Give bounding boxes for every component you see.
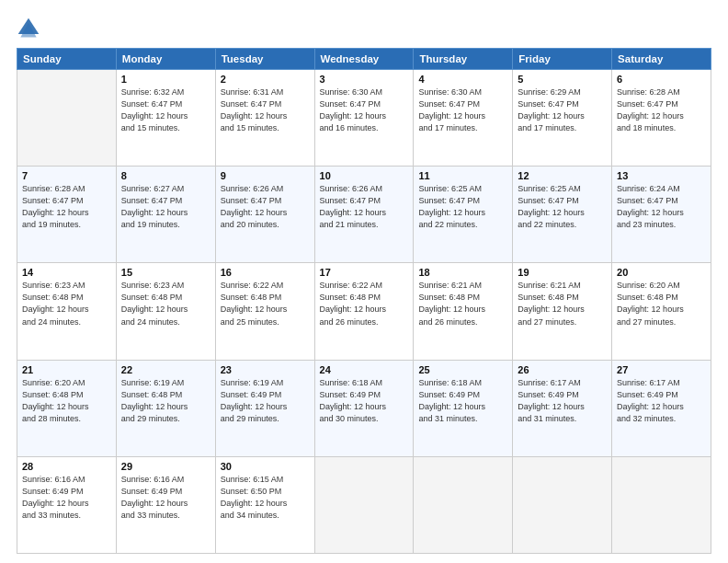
- day-info: Sunrise: 6:20 AM Sunset: 6:48 PM Dayligh…: [617, 280, 706, 327]
- day-info: Sunrise: 6:28 AM Sunset: 6:47 PM Dayligh…: [617, 86, 706, 134]
- day-info: Sunrise: 6:29 AM Sunset: 6:47 PM Dayligh…: [518, 86, 607, 134]
- day-info: Sunrise: 6:22 AM Sunset: 6:48 PM Dayligh…: [221, 280, 310, 327]
- day-number: 10: [320, 170, 409, 181]
- day-cell: 28Sunrise: 6:16 AM Sunset: 6:49 PM Dayli…: [17, 456, 117, 553]
- day-info: Sunrise: 6:16 AM Sunset: 6:49 PM Dayligh…: [121, 474, 210, 522]
- day-cell: 2Sunrise: 6:31 AM Sunset: 6:47 PM Daylig…: [215, 70, 314, 167]
- day-cell: 15Sunrise: 6:23 AM Sunset: 6:48 PM Dayli…: [116, 263, 215, 360]
- day-cell: 17Sunrise: 6:22 AM Sunset: 6:48 PM Dayli…: [314, 263, 414, 360]
- day-number: 29: [121, 461, 210, 472]
- day-number: 13: [617, 170, 706, 181]
- day-cell: 4Sunrise: 6:30 AM Sunset: 6:47 PM Daylig…: [414, 70, 513, 167]
- day-info: Sunrise: 6:23 AM Sunset: 6:48 PM Dayligh…: [22, 280, 111, 327]
- day-number: 19: [518, 267, 607, 278]
- day-info: Sunrise: 6:16 AM Sunset: 6:49 PM Dayligh…: [22, 474, 111, 522]
- day-cell: 18Sunrise: 6:21 AM Sunset: 6:48 PM Dayli…: [414, 263, 513, 360]
- day-number: 1: [121, 74, 210, 85]
- day-number: 12: [518, 170, 607, 181]
- day-info: Sunrise: 6:19 AM Sunset: 6:48 PM Dayligh…: [121, 377, 210, 425]
- logo-icon: [17, 17, 40, 40]
- day-number: 2: [221, 74, 310, 85]
- day-cell: 24Sunrise: 6:18 AM Sunset: 6:49 PM Dayli…: [314, 360, 414, 456]
- day-number: 5: [518, 74, 607, 85]
- day-cell: 11Sunrise: 6:25 AM Sunset: 6:47 PM Dayli…: [414, 167, 513, 263]
- week-row-3: 14Sunrise: 6:23 AM Sunset: 6:48 PM Dayli…: [17, 263, 711, 360]
- day-cell: [513, 456, 612, 553]
- week-row-5: 28Sunrise: 6:16 AM Sunset: 6:49 PM Dayli…: [17, 456, 711, 553]
- day-info: Sunrise: 6:25 AM Sunset: 6:47 PM Dayligh…: [518, 183, 607, 231]
- day-cell: 26Sunrise: 6:17 AM Sunset: 6:49 PM Dayli…: [513, 360, 612, 456]
- day-number: 26: [518, 364, 607, 375]
- day-cell: 9Sunrise: 6:26 AM Sunset: 6:47 PM Daylig…: [215, 167, 314, 263]
- day-cell: 22Sunrise: 6:19 AM Sunset: 6:48 PM Dayli…: [116, 360, 215, 456]
- header: [17, 17, 711, 40]
- col-header-sunday: Sunday: [17, 49, 117, 70]
- day-number: 7: [22, 170, 111, 181]
- day-info: Sunrise: 6:21 AM Sunset: 6:48 PM Dayligh…: [418, 280, 507, 327]
- day-info: Sunrise: 6:26 AM Sunset: 6:47 PM Dayligh…: [221, 183, 310, 231]
- week-row-4: 21Sunrise: 6:20 AM Sunset: 6:48 PM Dayli…: [17, 360, 711, 456]
- day-info: Sunrise: 6:23 AM Sunset: 6:48 PM Dayligh…: [121, 280, 210, 327]
- day-info: Sunrise: 6:17 AM Sunset: 6:49 PM Dayligh…: [617, 377, 706, 425]
- day-cell: 29Sunrise: 6:16 AM Sunset: 6:49 PM Dayli…: [116, 456, 215, 553]
- day-number: 22: [121, 364, 210, 375]
- day-info: Sunrise: 6:30 AM Sunset: 6:47 PM Dayligh…: [320, 86, 409, 134]
- day-cell: 5Sunrise: 6:29 AM Sunset: 6:47 PM Daylig…: [513, 70, 612, 167]
- day-cell: 19Sunrise: 6:21 AM Sunset: 6:48 PM Dayli…: [513, 263, 612, 360]
- col-header-friday: Friday: [513, 49, 612, 70]
- day-cell: 3Sunrise: 6:30 AM Sunset: 6:47 PM Daylig…: [314, 70, 414, 167]
- day-cell: 7Sunrise: 6:28 AM Sunset: 6:47 PM Daylig…: [17, 167, 117, 263]
- day-number: 23: [221, 364, 310, 375]
- day-cell: [414, 456, 513, 553]
- day-number: 24: [320, 364, 409, 375]
- day-number: 25: [418, 364, 507, 375]
- day-cell: [17, 70, 117, 167]
- day-number: 21: [22, 364, 111, 375]
- day-number: 4: [418, 74, 507, 85]
- day-number: 15: [121, 267, 210, 278]
- calendar-table: SundayMondayTuesdayWednesdayThursdayFrid…: [17, 48, 711, 554]
- day-info: Sunrise: 6:15 AM Sunset: 6:50 PM Dayligh…: [221, 474, 310, 522]
- day-cell: 16Sunrise: 6:22 AM Sunset: 6:48 PM Dayli…: [215, 263, 314, 360]
- day-info: Sunrise: 6:21 AM Sunset: 6:48 PM Dayligh…: [518, 280, 607, 327]
- day-info: Sunrise: 6:27 AM Sunset: 6:47 PM Dayligh…: [121, 183, 210, 231]
- day-info: Sunrise: 6:26 AM Sunset: 6:47 PM Dayligh…: [320, 183, 409, 231]
- day-number: 6: [617, 74, 706, 85]
- day-cell: 20Sunrise: 6:20 AM Sunset: 6:48 PM Dayli…: [612, 263, 711, 360]
- day-cell: 27Sunrise: 6:17 AM Sunset: 6:49 PM Dayli…: [612, 360, 711, 456]
- col-header-saturday: Saturday: [612, 49, 711, 70]
- day-info: Sunrise: 6:18 AM Sunset: 6:49 PM Dayligh…: [320, 377, 409, 425]
- day-cell: 23Sunrise: 6:19 AM Sunset: 6:49 PM Dayli…: [215, 360, 314, 456]
- day-number: 9: [221, 170, 310, 181]
- day-number: 18: [418, 267, 507, 278]
- day-cell: 6Sunrise: 6:28 AM Sunset: 6:47 PM Daylig…: [612, 70, 711, 167]
- logo: [17, 17, 44, 40]
- col-header-thursday: Thursday: [414, 49, 513, 70]
- column-headers: SundayMondayTuesdayWednesdayThursdayFrid…: [17, 49, 711, 70]
- day-info: Sunrise: 6:30 AM Sunset: 6:47 PM Dayligh…: [418, 86, 507, 134]
- day-info: Sunrise: 6:28 AM Sunset: 6:47 PM Dayligh…: [22, 183, 111, 231]
- day-cell: 8Sunrise: 6:27 AM Sunset: 6:47 PM Daylig…: [116, 167, 215, 263]
- day-cell: 1Sunrise: 6:32 AM Sunset: 6:47 PM Daylig…: [116, 70, 215, 167]
- day-number: 11: [418, 170, 507, 181]
- day-cell: [314, 456, 414, 553]
- day-number: 3: [320, 74, 409, 85]
- day-info: Sunrise: 6:22 AM Sunset: 6:48 PM Dayligh…: [320, 280, 409, 327]
- day-cell: 25Sunrise: 6:18 AM Sunset: 6:49 PM Dayli…: [414, 360, 513, 456]
- col-header-monday: Monday: [116, 49, 215, 70]
- day-cell: 30Sunrise: 6:15 AM Sunset: 6:50 PM Dayli…: [215, 456, 314, 553]
- day-cell: 21Sunrise: 6:20 AM Sunset: 6:48 PM Dayli…: [17, 360, 117, 456]
- day-cell: 12Sunrise: 6:25 AM Sunset: 6:47 PM Dayli…: [513, 167, 612, 263]
- day-number: 30: [221, 461, 310, 472]
- week-row-2: 7Sunrise: 6:28 AM Sunset: 6:47 PM Daylig…: [17, 167, 711, 263]
- day-cell: 10Sunrise: 6:26 AM Sunset: 6:47 PM Dayli…: [314, 167, 414, 263]
- day-info: Sunrise: 6:32 AM Sunset: 6:47 PM Dayligh…: [121, 86, 210, 134]
- day-info: Sunrise: 6:19 AM Sunset: 6:49 PM Dayligh…: [221, 377, 310, 425]
- page: SundayMondayTuesdayWednesdayThursdayFrid…: [0, 0, 728, 563]
- day-number: 27: [617, 364, 706, 375]
- day-info: Sunrise: 6:31 AM Sunset: 6:47 PM Dayligh…: [221, 86, 310, 134]
- day-cell: 14Sunrise: 6:23 AM Sunset: 6:48 PM Dayli…: [17, 263, 117, 360]
- day-number: 17: [320, 267, 409, 278]
- col-header-wednesday: Wednesday: [314, 49, 414, 70]
- day-number: 28: [22, 461, 111, 472]
